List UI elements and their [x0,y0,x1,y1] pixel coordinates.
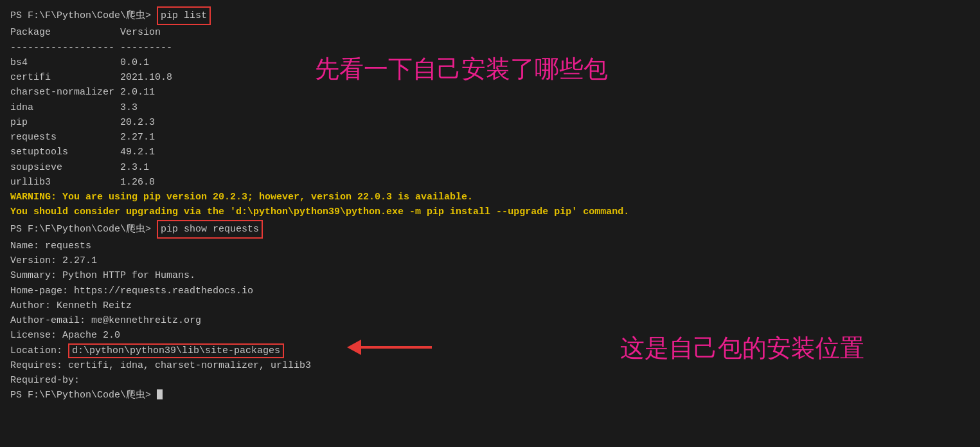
show-license: License: Apache 2.0 [10,328,970,343]
prompt-2: PS F:\F\Python\Code\爬虫> [10,222,157,237]
prompt-1: PS F:\F\Python\Code\爬虫> [10,8,157,23]
command-line-3: PS F:\F\Python\Code\爬虫> █ [10,388,970,403]
list-item: pip 20.2.3 [10,115,970,130]
pip-list-command: pip list [157,6,211,25]
show-requires: Requires: certifi, idna, charset-normali… [10,358,970,373]
warning-line-2: You should consider upgrading via the 'd… [10,205,970,219]
show-version: Version: 2.27.1 [10,253,970,268]
location-value: d:\python\python39\lib\site-packages [68,343,284,358]
separator-line: ------------------ --------- [10,41,970,55]
show-author-email: Author-email: me@kennethreitz.org [10,313,970,328]
list-item: requests 2.27.1 [10,130,970,145]
prompt-3: PS F:\F\Python\Code\爬虫> [10,388,157,403]
warning-text-1: WARNING: You are using pip version 20.2.… [10,190,473,205]
pip-show-command: pip show requests [157,220,263,239]
list-item: charset-normalizer 2.0.11 [10,85,970,100]
command-line-2: PS F:\F\Python\Code\爬虫> pip show request… [10,220,970,239]
list-item: urllib3 1.26.8 [10,175,970,190]
list-item: idna 3.3 [10,100,970,115]
separator: ------------------ --------- [10,41,172,55]
list-item: soupsieve 2.3.1 [10,160,970,175]
show-summary: Summary: Python HTTP for Humans. [10,268,970,283]
header-row: Package Version [10,25,970,40]
show-required-by: Required-by: [10,373,970,388]
warning-text-2: You should consider upgrading via the 'd… [10,205,629,219]
warning-line-1: WARNING: You are using pip version 20.2.… [10,190,970,205]
col-package: Package Version [10,25,161,40]
terminal-window: PS F:\F\Python\Code\爬虫> pip list Package… [0,0,980,410]
show-author: Author: Kenneth Reitz [10,298,970,313]
show-location: Location: d:\python\python39\lib\site-pa… [10,343,970,358]
command-line-1: PS F:\F\Python\Code\爬虫> pip list [10,6,970,25]
list-item: bs4 0.0.1 [10,55,970,70]
show-homepage: Home-page: https://requests.readthedocs.… [10,284,970,298]
show-name: Name: requests [10,239,970,253]
cursor: █ [157,388,163,403]
list-item: certifi 2021.10.8 [10,70,970,85]
list-item: setuptools 49.2.1 [10,145,970,160]
